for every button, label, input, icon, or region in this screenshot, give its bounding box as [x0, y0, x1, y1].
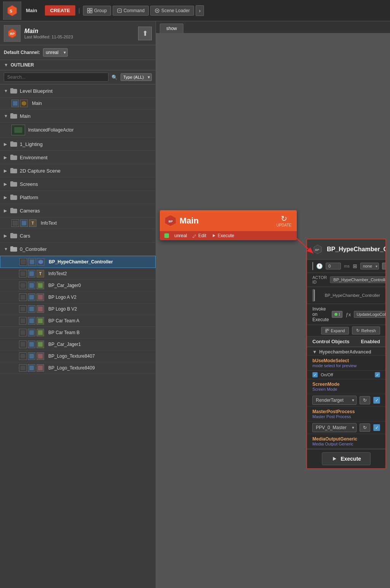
bp-gpu-button[interactable]: GPU	[382, 263, 386, 269]
tab-show[interactable]: show	[160, 24, 183, 33]
tree-folder-cameras[interactable]: ▶ Cameras	[0, 204, 156, 217]
tree-item-name: Main	[32, 101, 42, 106]
tree-item-icons-logo-a	[19, 293, 45, 301]
refresh-button[interactable]: ↻ Refresh	[352, 326, 380, 334]
svg-marker-52	[320, 295, 320, 295]
tree-item-car-team-b-name: BP Car Team B	[48, 330, 80, 335]
tree-item-icons-jager1	[19, 341, 45, 348]
bp-actor-id-label: ACTOR ID	[312, 275, 327, 284]
fmc-hex-icon: BP	[165, 216, 176, 226]
svg-marker-56	[333, 457, 336, 461]
tree-arrow-icon: ▶	[4, 168, 8, 173]
tree-item-infotext2-name: InfoText2	[48, 271, 67, 276]
co-enabled-use-mode[interactable]: ✓	[375, 372, 380, 377]
search-input[interactable]	[4, 73, 108, 82]
tree-folder-environment[interactable]: ▶ Environment	[0, 151, 156, 164]
co-screen-mode-refresh[interactable]: ↻	[360, 396, 370, 404]
tree-item-icons-car-team-a	[19, 317, 45, 325]
bp-toggle-button[interactable]: I	[332, 311, 342, 318]
tree-item-logo-texture8407[interactable]: BP_Logo_Texture8407	[0, 350, 156, 362]
tree-folder-screens[interactable]: ▶ Screens	[0, 178, 156, 191]
tree-item-icons-car-team-b	[19, 329, 45, 336]
execute-button[interactable]: Execute	[322, 452, 371, 465]
fmc-header: BP Main ↻ UPDATE	[160, 210, 297, 231]
svg-rect-23	[38, 283, 43, 288]
tree-item-foliage[interactable]: InstancedFoliageActor	[0, 123, 156, 138]
folder-icon	[10, 154, 18, 161]
co-master-post-dropdown[interactable]: PPV_0_Master	[312, 423, 357, 432]
tree-item-icons	[11, 100, 29, 107]
tree-item-infotext[interactable]: T InfoText	[0, 217, 156, 229]
bp-toggle-dot	[334, 313, 337, 316]
tree-item-logo-texture8409[interactable]: BP_Logo_Texture8409	[0, 362, 156, 374]
folder-icon	[10, 112, 18, 120]
svg-rect-3	[90, 8, 92, 10]
co-screen-mode-enabled[interactable]: ✓	[373, 397, 380, 404]
tree-folder-controller[interactable]: ▼ 0_Controller	[0, 242, 156, 256]
file-info: Main Last Modified: 11-05-2023	[24, 28, 134, 39]
tree-item-controller-name: BP_HypeChamber_Controller	[49, 259, 113, 265]
create-button[interactable]: CREATE	[45, 5, 75, 16]
svg-rect-33	[21, 330, 25, 335]
refresh-icon: ↻	[356, 328, 360, 333]
tree-item-bp-controller[interactable]: BP_HypeChamber_Controller	[0, 256, 156, 268]
tree-item-logo-texture8407-name: BP_Logo_Texture8407	[48, 353, 95, 359]
co-item-name-screen-mode: ScreenMode	[312, 382, 380, 387]
bp-time-input[interactable]	[326, 263, 341, 269]
bp-panel: BP BP_HypeChamber_Controller 🕐 ms ⊞ none	[306, 239, 386, 469]
more-button[interactable]: ›	[196, 5, 204, 16]
tree-item-logo-a[interactable]: BP Logo A V2	[0, 292, 156, 303]
co-group-hypechamber[interactable]: ▼ HypechamberAdvanced	[307, 347, 385, 356]
co-master-post-enabled[interactable]: ✓	[373, 424, 380, 431]
command-button[interactable]: Command	[113, 6, 149, 16]
tree-item-main-bp[interactable]: Main	[0, 98, 156, 109]
bp-ms-label: ms	[344, 264, 350, 268]
bp-fx-dropdown[interactable]: UpdateLogoColors	[354, 311, 386, 318]
tree-item-car-jager0[interactable]: BP_Car_Jager0	[0, 280, 156, 292]
expand-button[interactable]: Expand	[321, 327, 349, 334]
co-onoff-label: On/Off	[321, 372, 372, 377]
tree-folder-platform[interactable]: ▶ Platform	[0, 191, 156, 204]
tree-folder-cars[interactable]: ▶ Cars	[0, 229, 156, 242]
tree-item-foliage-name: InstancedFoliageActor	[28, 127, 73, 133]
tree-folder-lighting[interactable]: ▶ 1_Lighting	[0, 138, 156, 151]
tree-item-car-team-b[interactable]: BP Car Team B	[0, 327, 156, 339]
co-checkbox-use-mode[interactable]: ✓	[312, 372, 318, 377]
scene-loader-button[interactable]: Scene Loader	[150, 6, 194, 16]
execute-btn-label: Execute	[341, 456, 361, 462]
tree-group-main[interactable]: ▼ Main	[0, 109, 156, 123]
co-item-name-media-output: MediaOutputGeneric	[312, 436, 380, 442]
status-dot-icon	[164, 233, 169, 238]
channel-select[interactable]: unreal default	[43, 48, 68, 57]
edit-label[interactable]: Edit	[192, 233, 206, 238]
group-button[interactable]: Group	[83, 6, 111, 16]
tree-item-infotext2[interactable]: T InfoText2	[0, 268, 156, 280]
command-label: Command	[124, 8, 145, 13]
co-screen-mode-dropdown[interactable]: RenderTarget Default	[312, 396, 357, 405]
type-select[interactable]: Type (ALL)	[121, 73, 152, 81]
co-master-post-refresh[interactable]: ↻	[360, 423, 370, 432]
tree-arrow-icon: ▶	[4, 155, 8, 160]
co-item-desc-media-output: Media Output Generic	[312, 442, 380, 446]
execute-label[interactable]: Execute	[212, 233, 234, 238]
svg-text:BP: BP	[169, 220, 173, 223]
bp-actor-id-value: BP_HypeChamber_Controller	[330, 276, 386, 283]
bp-color-swatch[interactable]	[312, 262, 313, 270]
tree-group-level-blueprint[interactable]: ▼ Level Blueprint	[0, 84, 156, 98]
tree-item-car-jager1[interactable]: BP_Car_Jager1	[0, 339, 156, 350]
co-item-use-mode-select: bUseModeSelect mode select for preview	[307, 356, 385, 371]
svg-rect-37	[29, 342, 34, 347]
tree-folder-2d-capture[interactable]: ▶ 2D Capture Scene	[0, 164, 156, 178]
tree-arrow-icon: ▶	[4, 208, 8, 213]
execute-play-icon	[331, 456, 337, 462]
tree-item-logo-b[interactable]: BP Logo B V2	[0, 303, 156, 315]
bp-grid-dropdown[interactable]: none	[360, 263, 379, 269]
tree-item-car-team-a[interactable]: BP Car Team A	[0, 315, 156, 327]
separator: |	[78, 7, 80, 14]
tree-folder-lighting-label: 1_Lighting	[20, 141, 43, 147]
tree-group-label-main: Main	[20, 113, 30, 119]
refresh-icon[interactable]: ↻	[281, 214, 287, 223]
upload-button[interactable]: ⬆	[138, 27, 152, 40]
channel-label: Default Channel:	[4, 50, 40, 55]
right-panel: show BP Main ↻ UPDATE	[156, 21, 390, 588]
